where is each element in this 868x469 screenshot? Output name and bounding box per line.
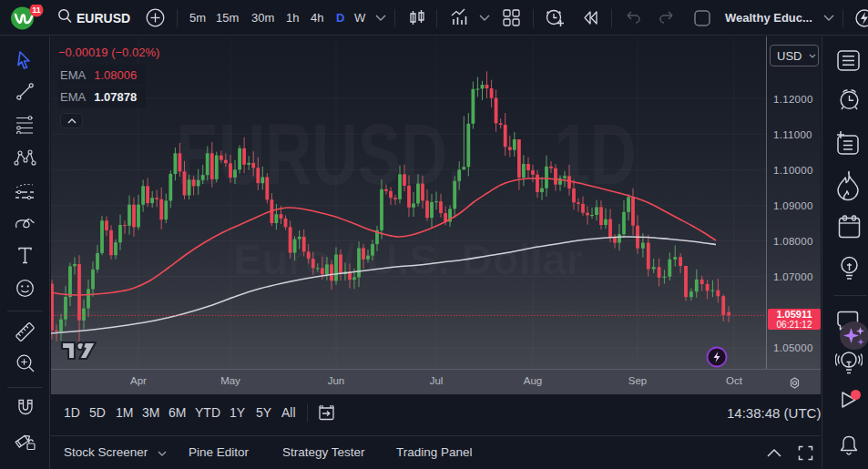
- svg-text:11: 11: [32, 5, 41, 15]
